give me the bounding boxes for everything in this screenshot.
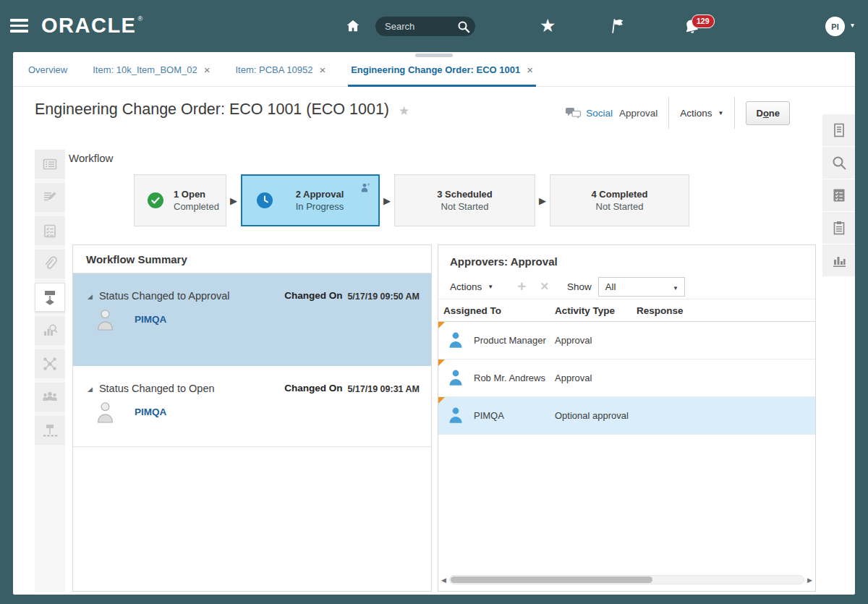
approver-row-pimqa[interactable]: PIMQA Optional approval (438, 397, 815, 435)
tab-bar: Overview Item: 10k_Item_BOM_02× Item: PC… (13, 52, 855, 87)
changed-on-label: Changed On (284, 383, 342, 394)
summary-entry-open[interactable]: ◢ Status Changed to Open Changed On 5/17… (73, 366, 431, 447)
workflow-step-approval[interactable]: 2 ApprovalIn Progress (241, 174, 380, 226)
actions-menu-button[interactable]: Actions ▼ (680, 108, 723, 119)
changed-on-timestamp: 5/17/19 09:50 AM (347, 292, 420, 302)
home-button[interactable] (345, 18, 361, 37)
column-response[interactable]: Response (631, 305, 815, 316)
summary-entry-approval[interactable]: ◢ Status Changed to Approval Changed On … (73, 273, 431, 366)
team-icon (41, 388, 59, 406)
scroll-left-icon[interactable]: ◀ (441, 577, 446, 584)
watchlist-button[interactable] (610, 17, 625, 38)
favorites-button[interactable]: ★ (540, 15, 556, 36)
close-tab-icon[interactable]: × (204, 64, 210, 75)
approver-row-product-manager[interactable]: Product Manager Approval (438, 322, 815, 360)
step-arrow-icon: ▶ (230, 195, 237, 206)
rail-reports-button[interactable] (822, 244, 855, 277)
social-link[interactable]: Social (586, 108, 613, 119)
summary-event-text: Status Changed to Open (99, 383, 215, 394)
page-title: Engineering Change Order: ECO 1001 (ECO … (35, 101, 409, 119)
collapse-triangle-icon[interactable]: ◢ (88, 386, 93, 393)
remove-approver-icon[interactable]: ✕ (540, 280, 549, 293)
bar-chart-icon (830, 252, 848, 269)
user-avatar[interactable]: PI (825, 17, 845, 36)
rail-search-button[interactable] (822, 147, 855, 179)
column-activity-type[interactable]: Activity Type (550, 305, 631, 316)
workflow-step-scheduled[interactable]: 3 ScheduledNot Started (394, 174, 535, 226)
tab-item-pcba-10952[interactable]: Item: PCBA 10952× (232, 52, 328, 87)
user-link[interactable]: PIMQA (135, 407, 166, 417)
tab-strip: Overview Item: 10k_Item_BOM_02× Item: PC… (25, 52, 556, 87)
rail-clipboard-button[interactable] (822, 212, 855, 244)
tab-item-10k-item-bom-02[interactable]: Item: 10k_Item_BOM_02× (90, 52, 213, 87)
modified-flag-icon (438, 397, 445, 404)
divider (734, 97, 735, 129)
workflow-icon (41, 289, 59, 306)
approval-label: Approval (619, 108, 658, 119)
rail-summary-button[interactable] (35, 150, 65, 179)
collapse-triangle-icon[interactable]: ◢ (88, 293, 93, 300)
content-window: Overview Item: 10k_Item_BOM_02× Item: PC… (13, 52, 855, 595)
favorite-star-icon[interactable]: ★ (399, 103, 409, 119)
workflow-step-open[interactable]: 1 OpenCompleted (134, 174, 226, 226)
show-filter-select[interactable]: All ▼ (598, 277, 685, 297)
approvers-actions-menu[interactable]: Actions ▼ (450, 281, 493, 292)
checklist-icon (41, 222, 59, 239)
scrollbar-thumb[interactable] (451, 577, 652, 583)
user-link[interactable]: PIMQA (135, 314, 166, 325)
rail-checklist-button[interactable] (822, 179, 855, 212)
search-icon[interactable] (456, 20, 471, 34)
rail-attachments-button[interactable] (35, 250, 65, 278)
approval-pending-icon (359, 182, 371, 194)
activity-type-value: Approval (550, 335, 631, 346)
changed-on-label: Changed On (284, 290, 342, 301)
scrollbar-track[interactable] (449, 575, 804, 584)
page-edit-icon (41, 189, 59, 206)
hamburger-menu-icon[interactable] (10, 19, 28, 35)
checklist-filled-icon (830, 187, 848, 204)
divider (668, 97, 669, 129)
person-icon (447, 369, 464, 387)
header-controls: Social Approval Actions ▼ Done (565, 96, 790, 129)
done-button[interactable]: Done (746, 101, 790, 125)
home-icon (345, 18, 361, 34)
close-tab-icon[interactable]: × (319, 64, 326, 75)
social-icon (565, 106, 582, 120)
column-assigned-to[interactable]: Assigned To (438, 305, 550, 316)
scroll-right-icon[interactable]: ▶ (807, 577, 812, 584)
workflow-steps: 1 OpenCompleted ▶ 2 ApprovalIn Progress … (134, 174, 689, 226)
global-search[interactable] (375, 17, 475, 36)
tab-eco-1001[interactable]: Engineering Change Order: ECO 1001× (348, 52, 536, 87)
notifications-button[interactable]: 129 (683, 18, 700, 40)
flag-icon (610, 17, 625, 35)
search-input[interactable] (385, 21, 456, 32)
caret-down-icon: ▼ (718, 110, 724, 116)
rail-tasks-button[interactable] (35, 216, 65, 245)
approvers-table-header: Assigned To Activity Type Response (438, 299, 815, 322)
approvers-title: Approvers: Approval (438, 245, 815, 274)
caret-down-icon: ▼ (488, 284, 493, 290)
approver-row-rob-andrews[interactable]: Rob Mr. Andrews Approval (438, 360, 815, 397)
rail-analysis-button[interactable] (35, 316, 65, 345)
user-menu-caret-icon[interactable]: ▾ (851, 21, 854, 29)
modified-flag-icon (438, 360, 445, 366)
rail-edit-button[interactable] (35, 183, 65, 212)
workflow-step-completed[interactable]: 4 CompletedNot Started (550, 174, 689, 226)
global-header: ORACLE® ★ 129 PI ▾ (0, 0, 868, 52)
step-arrow-icon: ▶ (383, 195, 391, 206)
changed-on-timestamp: 5/17/19 09:31 AM (347, 384, 420, 394)
user-silhouette-icon (95, 308, 115, 331)
close-tab-icon[interactable]: × (527, 64, 533, 75)
workflow-summary-title: Workflow Summary (73, 245, 431, 273)
tab-overview[interactable]: Overview (25, 52, 70, 87)
rail-details-button[interactable] (822, 114, 855, 147)
page-header: Engineering Change Order: ECO 1001 (ECO … (13, 87, 855, 141)
star-icon: ★ (540, 15, 556, 35)
add-approver-icon[interactable]: + (517, 278, 526, 295)
rail-workflow-button[interactable] (35, 283, 65, 312)
rail-team-button[interactable] (35, 383, 65, 412)
horizontal-scrollbar[interactable]: ◀ ▶ (441, 574, 812, 585)
form-list-icon (41, 156, 59, 173)
rail-structure-button[interactable] (35, 416, 65, 445)
rail-relationships-button[interactable] (35, 349, 65, 378)
